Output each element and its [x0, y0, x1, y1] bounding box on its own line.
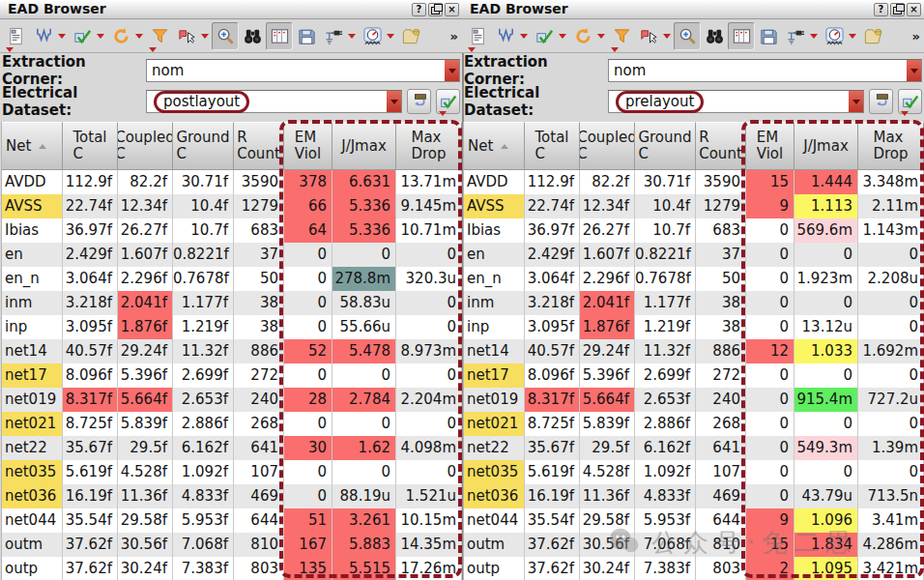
max-drop-cell[interactable]: 0 — [858, 412, 924, 436]
column-header-coupled-c[interactable]: CoupledC — [580, 122, 635, 170]
ground-c-cell[interactable]: 1.092f — [635, 460, 696, 484]
total-c-cell[interactable]: 37.62f — [63, 533, 118, 557]
coupled-c-cell[interactable]: 29.58f — [118, 508, 173, 533]
em-viol-cell[interactable]: 0 — [746, 243, 794, 267]
em-viol-cell[interactable]: 0 — [284, 243, 332, 267]
net-cell[interactable]: AVSS — [2, 194, 63, 218]
em-viol-cell[interactable]: 0 — [284, 363, 332, 388]
jjmax-cell[interactable]: 58.83u — [332, 291, 396, 315]
r-count-cell[interactable]: 268 — [234, 412, 284, 436]
r-count-cell[interactable]: 268 — [696, 412, 746, 436]
coupled-c-cell[interactable]: 29.58f — [580, 508, 635, 533]
jjmax-cell[interactable]: 278.8m — [332, 267, 396, 291]
ground-c-cell[interactable]: 0.7678f — [635, 267, 696, 291]
column-header-r-count[interactable]: RCount — [696, 122, 746, 170]
em-viol-cell[interactable]: 167 — [284, 533, 332, 557]
net-cell[interactable]: net035 — [464, 460, 525, 484]
column-header-total-c[interactable]: TotalC — [525, 122, 580, 170]
validate-dataset-button[interactable] — [436, 89, 460, 114]
filter-icon[interactable] — [146, 22, 173, 50]
coupled-c-cell[interactable]: 12.34f — [580, 194, 635, 218]
coupled-c-cell[interactable]: 30.56f — [118, 533, 173, 557]
coupled-c-cell[interactable]: 29.5f — [118, 436, 173, 460]
net-cell[interactable]: outm — [2, 533, 63, 557]
jjmax-cell[interactable]: 5.478 — [332, 339, 396, 363]
titlebar[interactable]: EAD Browser ?× — [0, 0, 462, 19]
filter-icon[interactable] — [608, 22, 635, 50]
ground-c-cell[interactable]: 0.8221f — [635, 243, 696, 267]
dropdown-arrow-icon[interactable] — [663, 34, 671, 39]
r-count-cell[interactable]: 38 — [696, 315, 746, 339]
max-drop-cell[interactable]: 0 — [858, 291, 924, 315]
coupled-c-cell[interactable]: 26.27f — [580, 218, 635, 243]
jjmax-cell[interactable]: 549.3m — [794, 436, 858, 460]
net-cell[interactable]: inm — [2, 291, 63, 315]
plug-icon[interactable] — [320, 22, 347, 50]
net-cell[interactable]: Ibias — [2, 218, 63, 243]
total-c-cell[interactable]: 40.57f — [63, 339, 118, 363]
em-viol-cell[interactable]: 30 — [284, 436, 332, 460]
total-c-cell[interactable]: 8.317f — [63, 388, 118, 412]
coupled-c-cell[interactable]: 30.56f — [580, 533, 635, 557]
max-drop-cell[interactable]: 320.3u — [396, 267, 462, 291]
jjmax-cell[interactable]: 915.4m — [794, 388, 858, 412]
net-cell[interactable]: net021 — [464, 412, 525, 436]
em-viol-cell[interactable]: 9 — [746, 508, 794, 533]
total-c-cell[interactable]: 35.67f — [525, 436, 580, 460]
total-c-cell[interactable]: 3.218f — [63, 291, 118, 315]
schematic-icon[interactable] — [30, 22, 57, 50]
total-c-cell[interactable]: 40.57f — [525, 339, 580, 363]
r-count-cell[interactable]: 469 — [696, 484, 746, 508]
ground-c-cell[interactable]: 2.886f — [173, 412, 234, 436]
total-c-cell[interactable]: 8.725f — [63, 412, 118, 436]
ground-c-cell[interactable]: 1.219f — [635, 315, 696, 339]
r-count-cell[interactable]: 1279 — [696, 194, 746, 218]
net-cell[interactable]: net036 — [464, 484, 525, 508]
ground-c-cell[interactable]: 1.177f — [173, 291, 234, 315]
net-cell[interactable]: inp — [464, 315, 525, 339]
overflow-chevron[interactable]: » — [450, 29, 459, 44]
r-count-cell[interactable]: 469 — [234, 484, 284, 508]
max-drop-cell[interactable]: 9.145m — [396, 194, 462, 218]
jjmax-cell[interactable]: 1.033 — [794, 339, 858, 363]
r-count-cell[interactable]: 810 — [234, 533, 284, 557]
dropdown-arrow-icon[interactable] — [520, 34, 528, 39]
dropdown-arrow-button[interactable] — [387, 91, 401, 112]
close-button[interactable]: × — [445, 3, 459, 16]
ground-c-cell[interactable]: 2.653f — [173, 388, 234, 412]
gauge-icon[interactable] — [359, 22, 386, 50]
em-viol-cell[interactable]: 0 — [746, 363, 794, 388]
r-count-cell[interactable]: 1279 — [234, 194, 284, 218]
total-c-cell[interactable]: 36.97f — [525, 218, 580, 243]
r-count-cell[interactable]: 683 — [696, 218, 746, 243]
total-c-cell[interactable]: 3.064f — [63, 267, 118, 291]
ground-c-cell[interactable]: 6.162f — [173, 436, 234, 460]
ground-c-cell[interactable]: 10.4f — [635, 194, 696, 218]
coupled-c-cell[interactable]: 29.5f — [580, 436, 635, 460]
em-viol-cell[interactable]: 0 — [746, 291, 794, 315]
max-drop-cell[interactable]: 0 — [396, 315, 462, 339]
net-cell[interactable]: en_n — [2, 267, 63, 291]
ground-c-cell[interactable]: 10.4f — [173, 194, 234, 218]
ground-c-cell[interactable]: 2.699f — [173, 363, 234, 388]
coupled-c-cell[interactable]: 5.396f — [118, 363, 173, 388]
ground-c-cell[interactable]: 5.953f — [173, 508, 234, 533]
r-count-cell[interactable]: 644 — [234, 508, 284, 533]
em-viol-cell[interactable]: 0 — [746, 267, 794, 291]
extraction-corner-select[interactable]: nom — [146, 59, 460, 82]
overflow-chevron[interactable]: » — [912, 29, 921, 44]
coupled-c-cell[interactable]: 4.528f — [580, 460, 635, 484]
dropdown-arrow-button[interactable] — [849, 91, 863, 112]
max-drop-cell[interactable]: 3.421m — [858, 557, 924, 580]
total-c-cell[interactable]: 5.619f — [525, 460, 580, 484]
column-header-max-drop[interactable]: MaxDrop — [396, 122, 462, 170]
net-cell[interactable]: en — [2, 243, 63, 267]
column-header-max-drop[interactable]: MaxDrop — [858, 122, 924, 170]
titlebar[interactable]: EAD Browser ?× — [462, 0, 924, 19]
jjmax-cell[interactable]: 55.66u — [332, 315, 396, 339]
max-drop-cell[interactable]: 3.41m — [858, 508, 924, 533]
r-count-cell[interactable]: 50 — [234, 267, 284, 291]
jjmax-cell[interactable]: 3.261 — [332, 508, 396, 533]
max-drop-cell[interactable]: 0 — [396, 412, 462, 436]
r-count-cell[interactable]: 3590 — [696, 170, 746, 194]
